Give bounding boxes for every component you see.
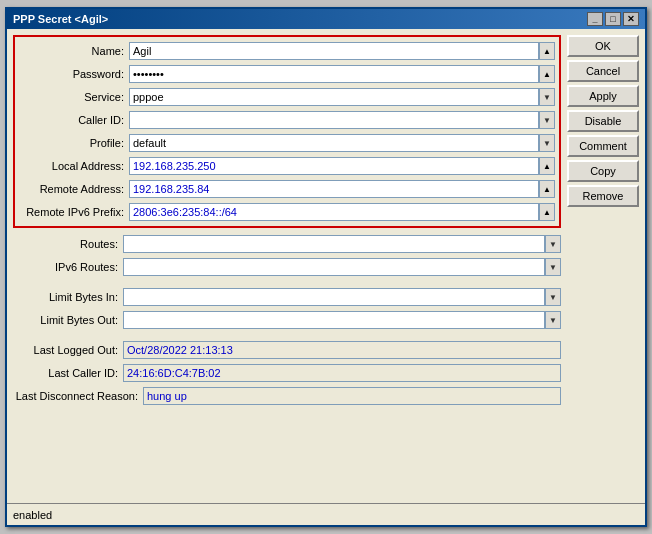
content-area: Name: ▲ Password: ▲ Service: — [7, 29, 645, 503]
form-panel: Name: ▲ Password: ▲ Service: — [13, 35, 561, 497]
name-scroll-btn[interactable]: ▲ — [539, 42, 555, 60]
caller-id-input[interactable] — [129, 111, 539, 129]
buttons-panel: OK Cancel Apply Disable Comment Copy Rem… — [567, 35, 639, 497]
name-label: Name: — [19, 45, 129, 57]
restore-button[interactable]: □ — [605, 12, 621, 26]
cancel-button[interactable]: Cancel — [567, 60, 639, 82]
password-input-wrapper: ▲ — [129, 65, 555, 83]
ipv6-routes-label: IPv6 Routes: — [13, 261, 123, 273]
limit-bytes-out-row: Limit Bytes Out: ▼ — [13, 310, 561, 330]
routes-label: Routes: — [13, 238, 123, 250]
last-caller-id-input — [123, 364, 561, 382]
last-logged-out-label: Last Logged Out: — [13, 344, 123, 356]
remote-address-label: Remote Address: — [19, 183, 129, 195]
status-bar: enabled — [7, 503, 645, 525]
minimize-button[interactable]: _ — [587, 12, 603, 26]
ok-button[interactable]: OK — [567, 35, 639, 57]
profile-input[interactable] — [129, 134, 539, 152]
last-logged-out-input — [123, 341, 561, 359]
routes-row: Routes: ▼ — [13, 234, 561, 254]
remote-address-scroll-btn[interactable]: ▲ — [539, 180, 555, 198]
limit-bytes-out-label: Limit Bytes Out: — [13, 314, 123, 326]
service-input[interactable] — [129, 88, 539, 106]
ipv6-routes-input-wrapper: ▼ — [123, 258, 561, 276]
local-address-input[interactable] — [129, 157, 539, 175]
remote-ipv6-row: Remote IPv6 Prefix: ▲ — [19, 202, 555, 222]
last-logged-out-row: Last Logged Out: — [13, 340, 561, 360]
name-row: Name: ▲ — [19, 41, 555, 61]
profile-label: Profile: — [19, 137, 129, 149]
routes-input-wrapper: ▼ — [123, 235, 561, 253]
remote-address-input-wrapper: ▲ — [129, 180, 555, 198]
comment-button[interactable]: Comment — [567, 135, 639, 157]
caller-id-input-wrapper: ▼ — [129, 111, 555, 129]
password-input[interactable] — [129, 65, 539, 83]
profile-input-wrapper: ▼ — [129, 134, 555, 152]
service-input-wrapper: ▼ — [129, 88, 555, 106]
local-address-row: Local Address: ▲ — [19, 156, 555, 176]
last-caller-id-label: Last Caller ID: — [13, 367, 123, 379]
password-row: Password: ▲ — [19, 64, 555, 84]
local-address-input-wrapper: ▲ — [129, 157, 555, 175]
last-disconnect-row: Last Disconnect Reason: — [13, 386, 561, 406]
limit-bytes-out-dropdown-btn[interactable]: ▼ — [545, 311, 561, 329]
remote-address-row: Remote Address: ▲ — [19, 179, 555, 199]
copy-button[interactable]: Copy — [567, 160, 639, 182]
service-row: Service: ▼ — [19, 87, 555, 107]
last-disconnect-input — [143, 387, 561, 405]
service-dropdown-btn[interactable]: ▼ — [539, 88, 555, 106]
limit-bytes-in-row: Limit Bytes In: ▼ — [13, 287, 561, 307]
caller-id-label: Caller ID: — [19, 114, 129, 126]
close-button[interactable]: ✕ — [623, 12, 639, 26]
limit-bytes-in-wrapper: ▼ — [123, 288, 561, 306]
title-bar: PPP Secret <Agil> _ □ ✕ — [7, 9, 645, 29]
ipv6-routes-dropdown-btn[interactable]: ▼ — [545, 258, 561, 276]
caller-id-row: Caller ID: ▼ — [19, 110, 555, 130]
last-disconnect-label: Last Disconnect Reason: — [13, 390, 143, 402]
limit-bytes-out-input[interactable] — [123, 311, 545, 329]
remove-button[interactable]: Remove — [567, 185, 639, 207]
remote-ipv6-scroll-btn[interactable]: ▲ — [539, 203, 555, 221]
profile-row: Profile: ▼ — [19, 133, 555, 153]
caller-id-dropdown-btn[interactable]: ▼ — [539, 111, 555, 129]
highlighted-section: Name: ▲ Password: ▲ Service: — [13, 35, 561, 228]
remote-ipv6-input[interactable] — [129, 203, 539, 221]
routes-input[interactable] — [123, 235, 545, 253]
remote-ipv6-input-wrapper: ▲ — [129, 203, 555, 221]
window-title: PPP Secret <Agil> — [13, 13, 108, 25]
service-label: Service: — [19, 91, 129, 103]
last-caller-id-row: Last Caller ID: — [13, 363, 561, 383]
local-address-label: Local Address: — [19, 160, 129, 172]
limit-bytes-in-input[interactable] — [123, 288, 545, 306]
profile-dropdown-btn[interactable]: ▼ — [539, 134, 555, 152]
disable-button[interactable]: Disable — [567, 110, 639, 132]
routes-dropdown-btn[interactable]: ▼ — [545, 235, 561, 253]
limit-bytes-out-wrapper: ▼ — [123, 311, 561, 329]
password-scroll-btn[interactable]: ▲ — [539, 65, 555, 83]
ipv6-routes-row: IPv6 Routes: ▼ — [13, 257, 561, 277]
remote-address-input[interactable] — [129, 180, 539, 198]
name-input[interactable] — [129, 42, 539, 60]
main-window: PPP Secret <Agil> _ □ ✕ Name: ▲ — [5, 7, 647, 527]
password-label: Password: — [19, 68, 129, 80]
status-text: enabled — [13, 509, 52, 521]
title-bar-buttons: _ □ ✕ — [587, 12, 639, 26]
local-address-scroll-btn[interactable]: ▲ — [539, 157, 555, 175]
apply-button[interactable]: Apply — [567, 85, 639, 107]
remote-ipv6-label: Remote IPv6 Prefix: — [19, 206, 129, 218]
limit-bytes-in-label: Limit Bytes In: — [13, 291, 123, 303]
limit-bytes-in-dropdown-btn[interactable]: ▼ — [545, 288, 561, 306]
name-input-wrapper: ▲ — [129, 42, 555, 60]
ipv6-routes-input[interactable] — [123, 258, 545, 276]
